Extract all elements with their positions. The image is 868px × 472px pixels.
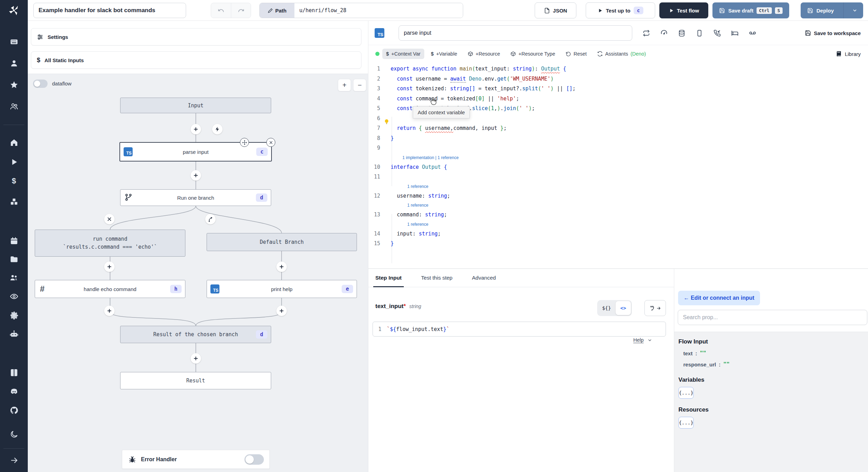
- add-step-button[interactable]: [276, 306, 287, 316]
- tab-step-input[interactable]: Step Input: [375, 269, 402, 287]
- code-line[interactable]: 2 const username = await Deno.env.get('W…: [368, 74, 868, 84]
- edit-or-connect-button[interactable]: ← Edit or connect an input: [678, 291, 760, 305]
- zoom-in-button[interactable]: +: [338, 79, 351, 91]
- codelens[interactable]: 1 reference: [368, 182, 868, 191]
- apps-keyboard-icon[interactable]: [0, 34, 28, 49]
- codelens[interactable]: 1 reference: [368, 201, 868, 210]
- path-chip[interactable]: Path: [260, 3, 294, 18]
- flow-settings-button[interactable]: Settings: [31, 28, 361, 45]
- help-link[interactable]: Help: [633, 337, 652, 343]
- workers-bot-icon[interactable]: [0, 326, 28, 341]
- flow-canvas[interactable]: dataflow + − Input TS parse input c Run …: [28, 74, 368, 472]
- path-input[interactable]: [294, 3, 463, 18]
- save-draft-button[interactable]: Save draft Ctrl S: [712, 2, 789, 18]
- save-to-workspace-button[interactable]: Save to workspace: [805, 21, 861, 45]
- delete-node-button[interactable]: [266, 138, 275, 147]
- phone-incoming-icon[interactable]: [713, 30, 721, 37]
- add-step-button[interactable]: [104, 262, 115, 272]
- home-icon[interactable]: [0, 135, 28, 150]
- flow-node-input[interactable]: Input: [120, 98, 271, 113]
- remove-branch-button[interactable]: [104, 214, 115, 224]
- bed-icon[interactable]: [731, 30, 738, 37]
- library-button[interactable]: Library: [836, 51, 861, 57]
- flow-node-run-one-branch[interactable]: Run one branch d: [120, 189, 271, 206]
- code-line[interactable]: 3 const tokenized: string[] = text_input…: [368, 84, 868, 94]
- add-variable-button[interactable]: $+Variable: [427, 49, 461, 59]
- add-context-var-button[interactable]: $+Context Var: [382, 49, 424, 59]
- flow-node-parse-input[interactable]: TS parse input c: [119, 142, 272, 162]
- codelens[interactable]: 1 reference: [368, 220, 868, 229]
- folders-icon[interactable]: [0, 251, 28, 267]
- search-prop-input[interactable]: [678, 310, 867, 325]
- expression-editor[interactable]: 1 `${flow_input.text}`: [373, 322, 666, 337]
- audit-eye-icon[interactable]: [0, 289, 28, 304]
- add-step-button[interactable]: [276, 262, 287, 272]
- flow-node-result[interactable]: Result: [120, 372, 271, 389]
- tab-test-this-step[interactable]: Test this step: [421, 269, 452, 287]
- lightbulb-icon[interactable]: [384, 119, 390, 125]
- undo-icon[interactable]: [211, 3, 231, 18]
- redo-icon[interactable]: [231, 3, 251, 18]
- move-node-button[interactable]: [240, 138, 249, 147]
- code-line[interactable]: 4 const command = tokenized[0] || 'help'…: [368, 94, 868, 104]
- voicemail-icon[interactable]: [749, 30, 756, 37]
- deploy-dropdown-button[interactable]: [847, 8, 863, 13]
- json-button[interactable]: JSON: [535, 2, 576, 18]
- docs-book-icon[interactable]: [0, 365, 28, 380]
- prop-key[interactable]: text: [683, 350, 693, 356]
- star-icon[interactable]: [0, 77, 28, 92]
- code-line[interactable]: 12 username: string;: [368, 191, 868, 201]
- user-icon[interactable]: [0, 56, 28, 71]
- code-editor[interactable]: 1export async function main(text_input: …: [368, 63, 868, 268]
- assistants-button[interactable]: Assistants(Deno): [593, 49, 650, 59]
- code-line[interactable]: 15}: [368, 239, 868, 249]
- gauge-icon[interactable]: [660, 30, 668, 37]
- test-up-to-button[interactable]: Test up to c: [586, 2, 655, 18]
- expr-mode-button[interactable]: ${}: [598, 301, 615, 315]
- all-static-inputs-button[interactable]: $ All Static Inputs: [31, 51, 361, 69]
- code-line[interactable]: 7 return { username,command, input };: [368, 123, 868, 133]
- tab-advanced[interactable]: Advanced: [472, 269, 496, 287]
- code-line[interactable]: 10interface Output {: [368, 162, 868, 172]
- flow-node-chosen-branch-result[interactable]: Result of the chosen branch d: [120, 326, 271, 343]
- resources-object-button[interactable]: {...}: [678, 417, 694, 429]
- error-handler-node[interactable]: Error Handler: [122, 450, 270, 469]
- flow-node-default-branch[interactable]: Default Branch: [207, 233, 357, 251]
- runs-play-icon[interactable]: [0, 154, 28, 169]
- connect-input-plug-button[interactable]: [644, 300, 666, 316]
- step-name-input[interactable]: [399, 25, 632, 41]
- codelens[interactable]: 1 implementation | 1 reference: [368, 153, 868, 162]
- users-icon[interactable]: [0, 99, 28, 114]
- add-resource-type-button[interactable]: +Resource Type: [507, 49, 559, 59]
- dataflow-toggle[interactable]: [33, 80, 48, 88]
- code-line[interactable]: 11: [368, 172, 868, 182]
- groups-icon[interactable]: [0, 270, 28, 285]
- discord-icon[interactable]: [0, 384, 28, 399]
- add-step-button[interactable]: [191, 170, 201, 181]
- flow-node-handle-echo-command[interactable]: # handle echo command h: [35, 280, 185, 298]
- schedules-calendar-icon[interactable]: [0, 233, 28, 248]
- code-line[interactable]: 13 command: string;: [368, 210, 868, 220]
- smartphone-icon[interactable]: [696, 30, 703, 37]
- variables-object-button[interactable]: {...}: [678, 387, 694, 399]
- add-step-button[interactable]: [191, 353, 201, 364]
- trigger-lightning-button[interactable]: [212, 124, 223, 134]
- code-mode-button[interactable]: <>: [616, 301, 631, 315]
- add-step-button[interactable]: [104, 306, 115, 316]
- resources-boxes-icon[interactable]: [0, 194, 28, 209]
- add-branch-icon[interactable]: [205, 214, 216, 224]
- zoom-out-button[interactable]: −: [353, 79, 366, 91]
- flow-title-input[interactable]: [33, 3, 186, 18]
- github-icon[interactable]: [0, 403, 28, 418]
- dark-mode-moon-icon[interactable]: [0, 427, 28, 442]
- code-line[interactable]: 1export async function main(text_input: …: [368, 64, 868, 74]
- code-line[interactable]: 14 input: string;: [368, 229, 868, 239]
- test-flow-button[interactable]: Test flow: [659, 2, 708, 18]
- variables-dollar-icon[interactable]: $: [0, 173, 28, 189]
- flow-node-print-help[interactable]: TS print help e: [207, 280, 357, 298]
- prop-key[interactable]: response_url: [683, 362, 716, 367]
- add-step-button[interactable]: [191, 124, 201, 134]
- flow-node-run-command-branch[interactable]: run command `results.c.command === 'echo…: [35, 230, 185, 257]
- error-handler-toggle[interactable]: [244, 454, 264, 465]
- windmill-logo-icon[interactable]: [0, 0, 28, 21]
